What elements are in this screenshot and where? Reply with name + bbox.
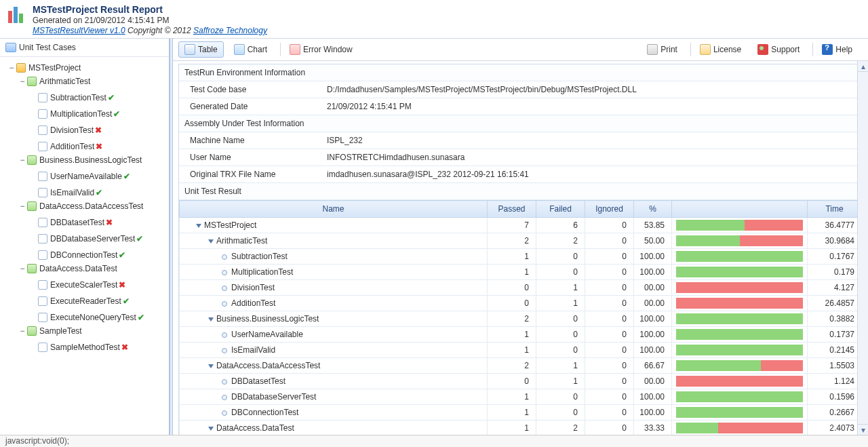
tree-test[interactable]: MultiplicationTest✔ xyxy=(28,107,121,121)
table-row[interactable]: SubtractionTest100100.000.1767 xyxy=(180,249,862,265)
tree-test[interactable]: AdditionTest✖ xyxy=(28,140,104,153)
tree-test[interactable]: DBDatabaseServerTest✔ xyxy=(28,232,144,246)
table-row[interactable]: IsEmailValid100100.000.2145 xyxy=(180,343,862,358)
row-ignored: 0 xyxy=(585,218,634,233)
license-label: License xyxy=(713,45,741,54)
tree-class[interactable]: −Business.BusinessLogicTest xyxy=(18,153,143,167)
tree-test[interactable]: UserNameAvailable✔ xyxy=(28,170,132,183)
pass-icon: ✔ xyxy=(136,232,143,246)
tree-class[interactable]: −ArithmaticTest xyxy=(18,75,92,88)
class-icon xyxy=(27,326,37,336)
row-pct: 00.00 xyxy=(634,296,672,311)
row-bar xyxy=(676,282,803,293)
table-row[interactable]: DBConnectionTest100100.000.2667 xyxy=(180,405,862,421)
col-name[interactable]: Name xyxy=(180,201,488,218)
row-failed: 0 xyxy=(536,311,585,327)
tree-class[interactable]: −SampleTest xyxy=(18,324,83,338)
tree-test-label: DBConnectionTest xyxy=(50,248,117,262)
tree-test[interactable]: ExecuteReaderTest✔ xyxy=(28,294,131,308)
table-row[interactable]: AdditionTest01000.0026.4857 xyxy=(180,296,862,311)
pass-icon: ✔ xyxy=(108,91,115,104)
col-ignored[interactable]: Ignored xyxy=(585,201,634,218)
expand-caret-icon[interactable] xyxy=(208,239,214,244)
tree-project[interactable]: −MSTestProject xyxy=(7,61,82,75)
col-passed[interactable]: Passed xyxy=(488,201,536,218)
tree-test[interactable]: DivisionTest✖ xyxy=(28,123,103,137)
gen-date-label: Generated Date xyxy=(179,98,321,115)
content-area: TestRun Environment Information Test Cod… xyxy=(173,61,868,435)
viewer-link[interactable]: MSTestResultViewer v1.0 xyxy=(33,26,125,35)
row-name: MultiplicationTest xyxy=(231,267,293,277)
scroll-up-icon[interactable]: ▴ xyxy=(858,61,868,72)
tree-test[interactable]: ExecuteNoneQueryTest✔ xyxy=(28,311,146,324)
row-time: 30.9684 xyxy=(808,233,862,249)
scroll-down-icon[interactable]: ▾ xyxy=(858,424,868,435)
help-label: Help xyxy=(835,45,852,54)
tree-test[interactable]: ExecuteScalerTest✖ xyxy=(28,278,127,292)
error-window-button[interactable]: Error Window xyxy=(283,41,359,58)
vendor-link[interactable]: Saffroze Technology xyxy=(193,26,267,35)
tree-test-label: SubtractionTest xyxy=(50,91,106,104)
tree-test-label: UserNameAvailable xyxy=(50,170,122,183)
table-row[interactable]: MSTestProject76053.8536.4777 xyxy=(180,218,862,233)
row-ignored: 0 xyxy=(585,327,634,343)
col-time[interactable]: Time xyxy=(808,201,862,218)
expand-caret-icon[interactable] xyxy=(208,427,214,431)
table-row[interactable]: DataAccess.DataTest12033.332.4073 xyxy=(180,421,862,435)
col-pct[interactable]: % xyxy=(634,201,672,218)
expand-caret-icon[interactable] xyxy=(208,364,214,368)
help-button[interactable]: Help xyxy=(816,41,859,58)
tree-test-label: SampleMethodTest xyxy=(50,341,120,354)
row-failed: 0 xyxy=(536,343,585,358)
row-time: 0.3882 xyxy=(808,311,862,327)
tree-class-label: DataAccess.DataAccessTest xyxy=(39,199,143,213)
table-row[interactable]: UserNameAvailable100100.000.1737 xyxy=(180,327,862,343)
col-bar[interactable] xyxy=(672,201,808,218)
test-icon xyxy=(38,109,47,119)
pass-icon: ✔ xyxy=(123,170,130,183)
row-pct: 100.00 xyxy=(634,311,672,327)
pass-icon: ✔ xyxy=(138,311,144,324)
table-row[interactable]: MultiplicationTest100100.000.179 xyxy=(180,265,862,280)
row-name: DBConnectionTest xyxy=(231,408,298,417)
tree-class[interactable]: −DataAccess.DataTest xyxy=(18,262,119,275)
row-ignored: 0 xyxy=(585,249,634,265)
table-row[interactable]: DivisionTest01000.004.127 xyxy=(180,280,862,296)
tree-test[interactable]: DBDatasetTest✖ xyxy=(28,216,114,229)
test-marker-icon xyxy=(222,379,227,385)
row-failed: 0 xyxy=(536,405,585,421)
table-tab-button[interactable]: Table xyxy=(178,41,224,58)
table-row[interactable]: DataAccess.DataAccessTest21066.671.5503 xyxy=(180,358,862,374)
pass-icon: ✔ xyxy=(119,248,125,262)
table-row[interactable]: Business.BusinessLogicTest200100.000.388… xyxy=(180,311,862,327)
machine-value: ISPL_232 xyxy=(321,132,862,149)
status-text: javascript:void(0); xyxy=(5,436,69,446)
print-button[interactable]: Print xyxy=(641,41,684,58)
vertical-scrollbar[interactable]: ▴ ▾ xyxy=(857,61,868,435)
table-row[interactable]: ArithmaticTest22050.0030.9684 xyxy=(180,233,862,249)
support-button[interactable]: Support xyxy=(751,41,806,58)
tree-test[interactable]: IsEmailValid✔ xyxy=(28,186,104,199)
row-passed: 1 xyxy=(488,327,536,343)
class-icon xyxy=(27,77,37,86)
project-icon xyxy=(16,63,26,73)
expand-caret-icon[interactable] xyxy=(196,224,201,228)
license-button[interactable]: License xyxy=(694,41,747,58)
row-name: DivisionTest xyxy=(231,283,275,292)
table-row[interactable]: DBDatasetTest01000.001.124 xyxy=(180,374,862,389)
tree-test[interactable]: SampleMethodTest✖ xyxy=(28,341,130,354)
col-failed[interactable]: Failed xyxy=(536,201,585,218)
expand-caret-icon[interactable] xyxy=(208,317,214,322)
fail-icon: ✖ xyxy=(96,140,102,153)
chart-tab-button[interactable]: Chart xyxy=(228,41,273,58)
table-row[interactable]: DBDatabaseServerTest100100.000.1596 xyxy=(180,389,862,405)
table-tab-label: Table xyxy=(198,45,218,54)
row-ignored: 0 xyxy=(585,405,634,421)
tree-test[interactable]: DBConnectionTest✔ xyxy=(28,248,127,262)
row-ignored: 0 xyxy=(585,296,634,311)
row-ignored: 0 xyxy=(585,280,634,296)
row-time: 1.5503 xyxy=(808,358,862,374)
tree-class[interactable]: −DataAccess.DataAccessTest xyxy=(18,199,144,213)
tree-test[interactable]: SubtractionTest✔ xyxy=(28,91,116,104)
print-icon xyxy=(647,44,658,55)
